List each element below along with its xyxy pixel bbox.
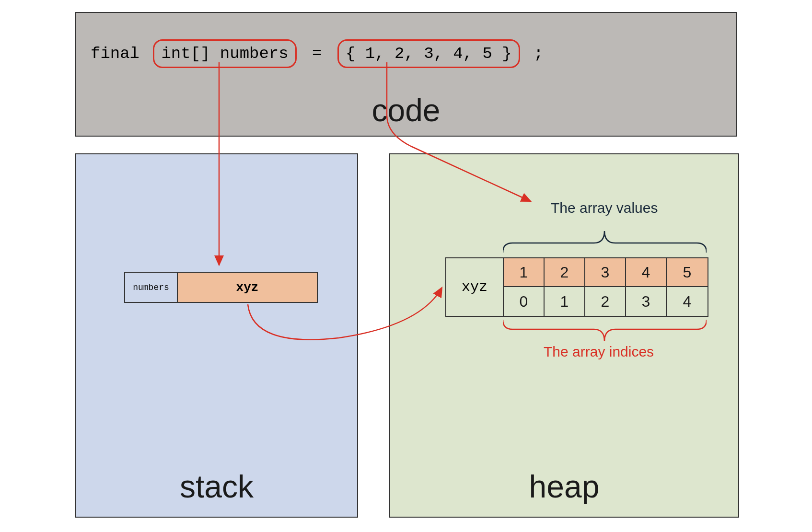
diagram-container: final int[] numbers = { 1, 2, 3, 4, 5 } … [75, 12, 737, 520]
code-semicolon: ; [534, 45, 543, 63]
stack-variable-value: xyz [178, 273, 317, 302]
stack-entry: numbers xyz [124, 272, 318, 303]
code-line: final int[] numbers = { 1, 2, 3, 4, 5 } … [91, 39, 544, 68]
heap-panel: The array values xyz 1 2 3 4 5 0 1 2 3 [389, 153, 739, 518]
heap-index-cell: 3 [626, 287, 667, 316]
array-indices-label: The array indices [544, 344, 654, 360]
heap-cells: 1 2 3 4 5 0 1 2 3 4 [504, 258, 708, 316]
brace-bottom-icon [503, 317, 707, 346]
heap-index-cell: 2 [585, 287, 626, 316]
heap-index-cell: 4 [667, 287, 708, 316]
heap-value-cell: 3 [585, 258, 626, 287]
heap-panel-label: heap [529, 468, 600, 505]
code-final-keyword: final [91, 45, 139, 63]
code-type-and-variable: int[] numbers [153, 39, 296, 68]
code-equals: = [312, 45, 322, 63]
code-panel-label: code [371, 92, 440, 128]
heap-index-cell: 1 [545, 287, 585, 316]
heap-array: xyz 1 2 3 4 5 0 1 2 3 4 [445, 257, 708, 317]
heap-value-cell: 5 [667, 258, 708, 287]
heap-index-cell: 0 [504, 287, 545, 316]
code-panel: final int[] numbers = { 1, 2, 3, 4, 5 } … [75, 12, 737, 137]
heap-reference-label: xyz [446, 258, 504, 316]
stack-panel-label: stack [180, 468, 254, 505]
array-values-label: The array values [551, 200, 658, 216]
brace-top-icon [503, 226, 707, 255]
heap-indices-row: 0 1 2 3 4 [504, 287, 708, 316]
heap-values-row: 1 2 3 4 5 [504, 258, 708, 287]
heap-value-cell: 2 [545, 258, 585, 287]
heap-value-cell: 1 [504, 258, 545, 287]
heap-value-cell: 4 [626, 258, 667, 287]
stack-panel: numbers xyz stack [75, 153, 358, 518]
stack-variable-name: numbers [125, 273, 178, 302]
code-initializer: { 1, 2, 3, 4, 5 } [337, 39, 520, 68]
